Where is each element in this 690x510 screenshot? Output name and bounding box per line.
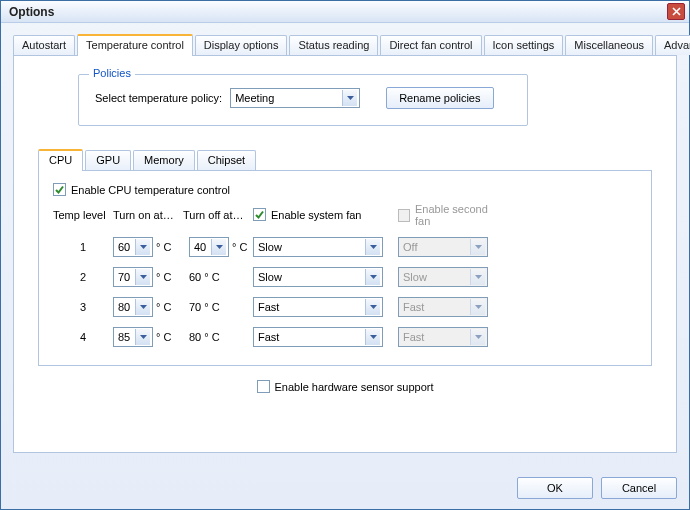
chevron-down-icon xyxy=(135,269,150,285)
fan1-3-select[interactable]: Fast xyxy=(253,297,383,317)
chevron-down-icon xyxy=(342,90,357,106)
tab-display-options[interactable]: Display options xyxy=(195,35,288,55)
enable-cpu-temp-label: Enable CPU temperature control xyxy=(71,184,230,196)
fan2-2-select: Slow xyxy=(398,267,488,287)
fan2-3-select: Fast xyxy=(398,297,488,317)
on-3-select[interactable]: 80 xyxy=(113,297,153,317)
cancel-button[interactable]: Cancel xyxy=(601,477,677,499)
enable-hw-sensor-label: Enable hardware sensor support xyxy=(275,381,434,393)
tab-temperature-control[interactable]: Temperature control xyxy=(77,34,193,56)
level-2: 2 xyxy=(53,271,113,283)
header-on: Turn on at… xyxy=(113,209,183,221)
chevron-down-icon xyxy=(135,329,150,345)
enable-hw-sensor-checkbox[interactable]: Enable hardware sensor support xyxy=(257,380,434,393)
policies-group: Policies Select temperature policy: Meet… xyxy=(78,74,528,126)
fan1-4-select[interactable]: Fast xyxy=(253,327,383,347)
level-4: 4 xyxy=(53,331,113,343)
tab-icon-settings[interactable]: Icon settings xyxy=(484,35,564,55)
enable-second-fan-checkbox: Enable second fan xyxy=(398,203,498,227)
chevron-down-icon xyxy=(470,329,485,345)
off-3-value: 70 ° C xyxy=(183,301,253,313)
chevron-down-icon xyxy=(365,269,380,285)
chevron-down-icon xyxy=(470,299,485,315)
chevron-down-icon xyxy=(365,329,380,345)
on-2-select[interactable]: 70 xyxy=(113,267,153,287)
tab-advanced[interactable]: Advanced xyxy=(655,35,690,55)
enable-second-fan-label: Enable second fan xyxy=(415,203,498,227)
policy-select[interactable]: Meeting xyxy=(230,88,360,108)
chevron-down-icon xyxy=(135,239,150,255)
tab-gpu[interactable]: GPU xyxy=(85,150,131,170)
chevron-down-icon xyxy=(470,239,485,255)
tab-memory[interactable]: Memory xyxy=(133,150,195,170)
close-icon xyxy=(672,7,681,16)
fan2-4-select: Fast xyxy=(398,327,488,347)
tab-status-reading[interactable]: Status reading xyxy=(289,35,378,55)
fan2-1-select: Off xyxy=(398,237,488,257)
chevron-down-icon xyxy=(211,239,226,255)
off-4-value: 80 ° C xyxy=(183,331,253,343)
close-button[interactable] xyxy=(667,3,685,20)
on-4-select[interactable]: 85 xyxy=(113,327,153,347)
off-2-value: 60 ° C xyxy=(183,271,253,283)
off-1-select[interactable]: 40 xyxy=(189,237,229,257)
check-icon xyxy=(54,184,65,195)
policy-label: Select temperature policy: xyxy=(95,92,222,104)
tab-autostart[interactable]: Autostart xyxy=(13,35,75,55)
enable-system-fan-checkbox[interactable]: Enable system fan xyxy=(253,208,362,221)
tab-miscellaneous[interactable]: Miscellaneous xyxy=(565,35,653,55)
header-level: Temp level xyxy=(53,209,113,221)
policy-select-value: Meeting xyxy=(235,92,274,104)
rename-policies-button[interactable]: Rename policies xyxy=(386,87,493,109)
header-off: Turn off at… xyxy=(183,209,253,221)
enable-cpu-temp-checkbox[interactable]: Enable CPU temperature control xyxy=(53,183,230,196)
chevron-down-icon xyxy=(470,269,485,285)
level-3: 3 xyxy=(53,301,113,313)
chevron-down-icon xyxy=(365,299,380,315)
fan1-2-select[interactable]: Slow xyxy=(253,267,383,287)
tab-cpu[interactable]: CPU xyxy=(38,149,83,171)
window-title: Options xyxy=(5,5,54,19)
check-icon xyxy=(254,209,265,220)
chevron-down-icon xyxy=(135,299,150,315)
policies-legend: Policies xyxy=(89,67,135,79)
tab-direct-fan-control[interactable]: Direct fan control xyxy=(380,35,481,55)
level-1: 1 xyxy=(53,241,113,253)
chevron-down-icon xyxy=(365,239,380,255)
enable-system-fan-label: Enable system fan xyxy=(271,209,362,221)
ok-button[interactable]: OK xyxy=(517,477,593,499)
tab-chipset[interactable]: Chipset xyxy=(197,150,256,170)
fan1-1-select[interactable]: Slow xyxy=(253,237,383,257)
on-1-select[interactable]: 60 xyxy=(113,237,153,257)
